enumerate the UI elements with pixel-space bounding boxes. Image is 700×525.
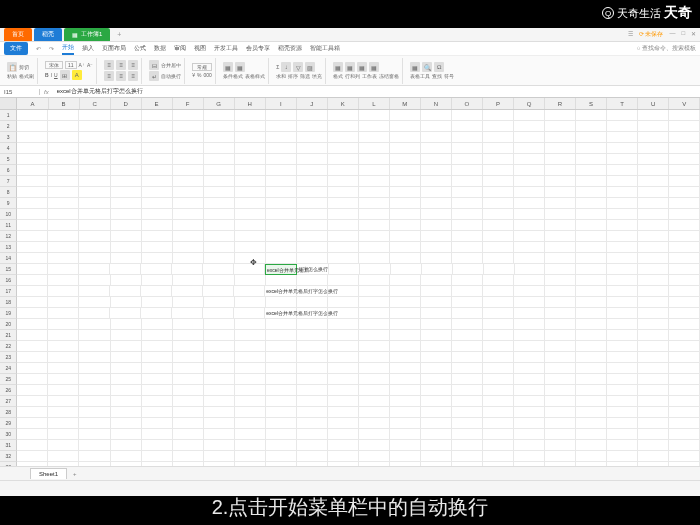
cell[interactable] [173, 451, 204, 462]
cell[interactable] [48, 297, 79, 308]
cell[interactable] [514, 363, 545, 374]
cell[interactable] [607, 209, 638, 220]
cell[interactable] [266, 110, 297, 121]
cell[interactable] [607, 319, 638, 330]
cell[interactable] [79, 352, 110, 363]
cell[interactable] [203, 264, 234, 275]
cell[interactable]: excel合并单元格后 [265, 264, 297, 275]
cell[interactable] [142, 396, 173, 407]
cell[interactable] [111, 165, 142, 176]
col-header[interactable]: G [204, 98, 235, 109]
cell[interactable] [607, 121, 638, 132]
cell[interactable] [638, 286, 669, 297]
cell[interactable] [266, 253, 297, 264]
cell[interactable] [48, 253, 79, 264]
cell[interactable] [421, 451, 452, 462]
cell[interactable] [421, 440, 452, 451]
cell[interactable] [452, 198, 483, 209]
cell[interactable] [483, 275, 514, 286]
cell[interactable] [328, 187, 359, 198]
cell[interactable] [483, 132, 514, 143]
cell[interactable] [48, 308, 79, 319]
cell[interactable] [638, 451, 669, 462]
col-header[interactable]: O [452, 98, 483, 109]
cell[interactable] [452, 275, 483, 286]
tab-add[interactable]: + [112, 29, 126, 40]
cell[interactable] [48, 451, 79, 462]
cell[interactable] [48, 418, 79, 429]
cell[interactable] [48, 242, 79, 253]
cell[interactable] [266, 187, 297, 198]
fill-color-icon[interactable]: A [72, 70, 82, 80]
cell[interactable] [142, 132, 173, 143]
cell[interactable] [421, 385, 452, 396]
cell[interactable]: excel合并单元格后打字怎么换行 [265, 286, 297, 297]
cell[interactable] [359, 253, 390, 264]
cell[interactable] [266, 165, 297, 176]
cell[interactable] [514, 143, 545, 154]
cell[interactable] [48, 352, 79, 363]
cell[interactable] [638, 209, 669, 220]
cell[interactable] [328, 242, 359, 253]
cell[interactable] [79, 385, 110, 396]
grid[interactable]: A B C D E F G H I J K L M N O P Q R S T … [0, 98, 700, 478]
cell[interactable] [79, 231, 110, 242]
cell[interactable] [235, 396, 266, 407]
cell[interactable] [328, 352, 359, 363]
cell[interactable] [235, 330, 266, 341]
cell[interactable] [235, 352, 266, 363]
cell[interactable] [483, 385, 514, 396]
cell[interactable] [111, 451, 142, 462]
cell[interactable] [111, 297, 142, 308]
cell[interactable] [173, 209, 204, 220]
cell[interactable] [421, 176, 452, 187]
row-header[interactable]: 9 [0, 198, 17, 209]
cell[interactable] [17, 198, 48, 209]
cell[interactable] [607, 363, 638, 374]
cell[interactable] [607, 440, 638, 451]
cell[interactable] [297, 110, 328, 121]
cell[interactable] [266, 143, 297, 154]
cell[interactable] [266, 154, 297, 165]
row-header[interactable]: 17 [0, 286, 17, 297]
cell[interactable]: 打字怎么换行 [297, 264, 329, 275]
cell[interactable] [48, 374, 79, 385]
cell[interactable] [48, 209, 79, 220]
cell[interactable] [452, 363, 483, 374]
cell[interactable] [235, 407, 266, 418]
cell[interactable] [452, 242, 483, 253]
cell[interactable] [111, 220, 142, 231]
cell[interactable] [669, 429, 700, 440]
cell[interactable] [421, 242, 452, 253]
cell[interactable] [173, 396, 204, 407]
merge-icon[interactable]: ⊟ [149, 60, 159, 70]
cell[interactable] [390, 198, 421, 209]
cell[interactable] [173, 440, 204, 451]
sheet-tab[interactable]: Sheet1 [30, 468, 67, 479]
cell[interactable] [421, 374, 452, 385]
cell[interactable] [545, 242, 576, 253]
row-header[interactable]: 22 [0, 341, 17, 352]
cell[interactable] [452, 132, 483, 143]
cell[interactable] [607, 143, 638, 154]
cell[interactable] [359, 341, 390, 352]
cell[interactable] [514, 418, 545, 429]
cell[interactable] [483, 440, 514, 451]
sort-icon[interactable]: ↓ [281, 62, 291, 72]
cell[interactable] [390, 319, 421, 330]
freeze-icon[interactable]: ▦ [369, 62, 379, 72]
cell[interactable] [297, 363, 328, 374]
cell[interactable] [266, 176, 297, 187]
cell[interactable] [514, 209, 545, 220]
cell[interactable] [173, 297, 204, 308]
cell[interactable] [17, 341, 48, 352]
cell[interactable] [328, 396, 359, 407]
cell[interactable] [204, 319, 235, 330]
cell[interactable] [297, 253, 328, 264]
cell[interactable] [266, 418, 297, 429]
cell[interactable] [17, 121, 48, 132]
cell[interactable] [483, 253, 514, 264]
cell[interactable] [514, 330, 545, 341]
table-tool-icon[interactable]: ▦ [410, 62, 420, 72]
cell[interactable] [607, 110, 638, 121]
